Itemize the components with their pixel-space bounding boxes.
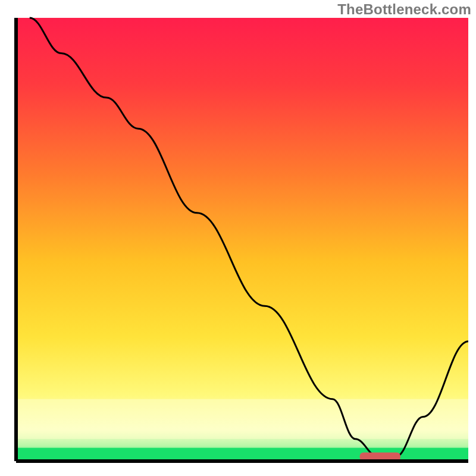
chart-container: TheBottleneck.com xyxy=(0,0,476,476)
plot-background xyxy=(16,18,468,461)
watermark-text: TheBottleneck.com xyxy=(337,1,471,18)
pale-band xyxy=(16,399,468,439)
bottleneck-chart xyxy=(0,0,476,476)
